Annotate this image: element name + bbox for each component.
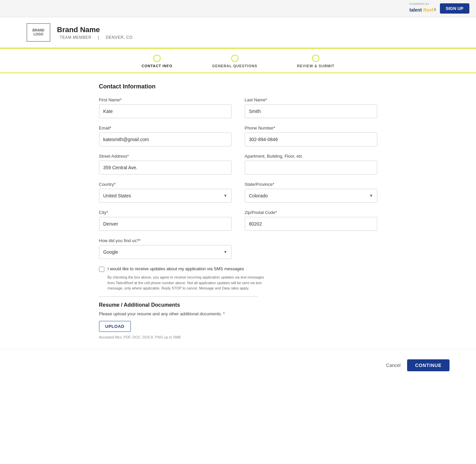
find-us-row: How did you find us?* Google Indeed Link… [99,238,377,259]
brand-separator: | [98,35,99,40]
sms-checkbox[interactable] [99,267,104,272]
find-us-label: How did you find us?* [99,238,232,243]
find-us-group: How did you find us?* Google Indeed Link… [99,238,232,259]
brand-name: Brand Name [57,26,135,34]
step-contact-info[interactable]: CONTACT INFO [141,55,172,73]
country-state-row: Country* United States Canada Mexico Uni… [99,182,377,203]
phone-label: Phone Number* [245,126,377,130]
step-circle-1 [153,55,161,62]
last-name-input[interactable] [245,104,377,118]
step-circle-2 [231,55,238,62]
step-general-questions[interactable]: GENERAL QUESTIONS [212,55,257,73]
svg-text:talent: talent [409,7,422,13]
resume-section: Resume / Additional Documents Please upl… [99,302,377,339]
first-name-group: First Name* [99,97,232,118]
first-name-label: First Name* [99,97,232,102]
state-group: State/Province* Colorado California New … [245,182,377,203]
state-select-wrapper: Colorado California New York Texas Flori… [245,189,377,203]
brand-header: BRAND LOGO Brand Name TEAM MEMBER | DENV… [0,17,476,49]
continue-button[interactable]: CONTINUE [407,359,450,371]
zip-input[interactable] [245,217,377,231]
city-input[interactable] [99,217,232,231]
step-circle-3 [312,55,319,62]
email-group: Email* [99,126,232,146]
address-row: Street Address* Apartment, Building, Flo… [99,154,377,175]
brand-location: DENVER, CO [106,35,133,40]
resume-subtitle: Please upload your resume and any other … [99,311,377,316]
email-phone-row: Email* Phone Number* [99,126,377,146]
state-label: State/Province* [245,182,377,187]
first-name-input[interactable] [99,104,232,118]
brand-logo: BRAND LOGO [26,23,50,42]
talentreef-logo: talent Reef [409,6,436,15]
topbar: POWERED BY talent Reef SIGN UP [0,0,476,17]
street-group: Street Address* [99,154,232,175]
country-group: Country* United States Canada Mexico Uni… [99,182,232,203]
powered-by-text: POWERED BY [409,2,436,6]
apt-group: Apartment, Building, Floor, etc [245,154,377,175]
name-row: First Name* Last Name* [99,97,377,118]
step-label-2: GENERAL QUESTIONS [212,64,257,68]
find-us-select-wrapper: Google Indeed LinkedIn Referral Other ▼ [99,245,232,259]
sms-disclaimer: By checking the box above, you agree to … [108,275,267,291]
upload-hint: Accepted files: PDF, DOC, DOCX, PNG up t… [99,335,377,339]
step-review-submit[interactable]: REVIEW & SUBMIT [297,55,335,73]
checkbox-divider [99,296,258,297]
city-group: City* [99,210,232,231]
cancel-button[interactable]: Cancel [386,363,401,368]
country-label: Country* [99,182,232,187]
sms-label: I would like to receive updates about my… [108,266,244,271]
brand-info: Brand Name TEAM MEMBER | DENVER, CO [57,26,135,40]
zip-group: Zip/Postal Code* [245,210,377,231]
email-input[interactable] [99,132,232,146]
step-label-1: CONTACT INFO [141,64,172,68]
sms-section: I would like to receive updates about my… [99,266,377,297]
apt-input[interactable] [245,161,377,175]
upload-button[interactable]: UPLOAD [99,321,131,332]
street-label: Street Address* [99,154,232,159]
main-content: Contact Information First Name* Last Nam… [73,83,404,339]
resume-title: Resume / Additional Documents [99,302,377,308]
brand-subtitle: TEAM MEMBER | DENVER, CO [57,35,135,40]
last-name-group: Last Name* [245,97,377,118]
city-zip-row: City* Zip/Postal Code* [99,210,377,231]
signup-button[interactable]: SIGN UP [440,3,469,14]
find-us-placeholder [245,238,377,259]
state-select[interactable]: Colorado California New York Texas Flori… [245,189,377,203]
phone-input[interactable] [245,132,377,146]
city-label: City* [99,210,232,215]
powered-by-section: POWERED BY talent Reef [409,2,436,15]
sms-checkbox-row: I would like to receive updates about my… [99,266,377,272]
find-us-select[interactable]: Google Indeed LinkedIn Referral Other [99,245,232,259]
last-name-label: Last Name* [245,97,377,102]
country-select-wrapper: United States Canada Mexico United Kingd… [99,189,232,203]
zip-label: Zip/Postal Code* [245,210,377,215]
footer-actions: Cancel CONTINUE [0,349,476,381]
street-input[interactable] [99,161,232,175]
phone-group: Phone Number* [245,126,377,146]
steps-nav: CONTACT INFO GENERAL QUESTIONS REVIEW & … [0,49,476,73]
email-label: Email* [99,126,232,130]
country-select[interactable]: United States Canada Mexico United Kingd… [99,189,232,203]
section-title: Contact Information [99,83,377,90]
step-label-3: REVIEW & SUBMIT [297,64,335,68]
apt-label: Apartment, Building, Floor, etc [245,154,377,159]
brand-role: TEAM MEMBER [60,35,91,40]
svg-text:Reef: Reef [423,7,434,13]
